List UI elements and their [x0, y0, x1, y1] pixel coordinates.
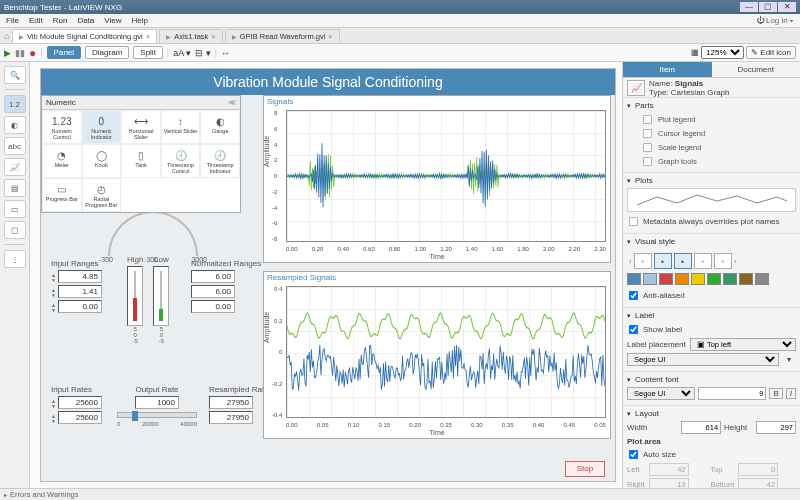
signals-graph[interactable]: Signals Amplitude 86420-2-4-6-8 0.000.20…: [263, 95, 611, 263]
window-minimize[interactable]: —: [740, 2, 758, 12]
arrange-button[interactable]: ↔: [221, 48, 230, 58]
tab-item[interactable]: Item: [623, 62, 712, 78]
parts-scale-legend[interactable]: Scale legend: [641, 141, 796, 154]
panel-canvas[interactable]: Vibration Module Signal Conditioning Num…: [30, 62, 622, 488]
palette-item[interactable]: ◐Gauge: [200, 110, 240, 144]
menu-data[interactable]: Data: [77, 16, 94, 25]
palette-item[interactable]: ◔Meter: [42, 144, 82, 178]
content-font-select[interactable]: Segoe UI: [627, 387, 695, 400]
color-swatch[interactable]: [627, 273, 641, 285]
menu-help[interactable]: Help: [131, 16, 147, 25]
menu-run[interactable]: Run: [53, 16, 68, 25]
output-rate-field[interactable]: 1000: [135, 396, 179, 409]
numeric-palette-popup[interactable]: Numeric≪ 1.23Numeric Control0Numeric Ind…: [41, 95, 241, 213]
abort-button[interactable]: ●: [29, 46, 36, 60]
input-rate-field[interactable]: 25600: [58, 411, 102, 424]
palette-item[interactable]: 1.23Numeric Control: [42, 110, 82, 144]
close-icon[interactable]: ×: [211, 32, 215, 41]
palette-item[interactable]: ↕Vertical Slider: [161, 110, 201, 144]
input-range-field[interactable]: 4.85: [58, 270, 102, 283]
view-diagram-button[interactable]: Diagram: [85, 46, 129, 59]
content-font-size[interactable]: [698, 387, 766, 400]
color-swatch[interactable]: [643, 273, 657, 285]
close-icon[interactable]: ×: [328, 32, 332, 41]
palette-item[interactable]: 0Numeric Indicator: [82, 110, 122, 144]
zoom-select[interactable]: 125%: [701, 46, 744, 59]
color-swatch[interactable]: [739, 273, 753, 285]
palette-decoration[interactable]: ▢: [4, 221, 26, 239]
parts-cursor-legend[interactable]: Cursor legend: [641, 127, 796, 140]
edit-icon-button[interactable]: ✎ Edit icon: [746, 46, 796, 59]
autosize-checkbox[interactable]: [629, 450, 638, 459]
style-selector[interactable]: ‹ ▫▪▪▫▫ ›: [627, 249, 796, 273]
color-swatch[interactable]: [707, 273, 721, 285]
run-button[interactable]: ▶: [4, 48, 11, 58]
input-rate-field[interactable]: 25600: [58, 396, 102, 409]
palette-title: Numeric: [46, 98, 76, 107]
output-rate-slider[interactable]: [117, 412, 197, 418]
status-bar[interactable]: ▸Errors and Warnings: [0, 488, 800, 500]
palette-item[interactable]: ◯Knob: [82, 144, 122, 178]
align-button[interactable]: ⊟ ▾: [195, 48, 211, 58]
palette-item[interactable]: ▭Progress Bar: [42, 178, 82, 212]
resampled-signals-graph[interactable]: Resampled Signals Amplitude 0.40.20-0.2-…: [263, 271, 611, 439]
high-slider[interactable]: [127, 266, 143, 326]
color-swatch[interactable]: [723, 273, 737, 285]
menu-edit[interactable]: Edit: [29, 16, 43, 25]
parts-graph-tools[interactable]: Graph tools: [641, 155, 796, 168]
height-field[interactable]: [756, 421, 796, 434]
collapse-icon[interactable]: ≪: [228, 98, 236, 107]
toolbar: ▶ ▮▮ ● | Panel Diagram Split | aA ▾ ⊟ ▾ …: [0, 44, 800, 62]
anti-aliased-checkbox[interactable]: [629, 291, 638, 300]
width-field[interactable]: [681, 421, 721, 434]
palette-ring[interactable]: ▭: [4, 200, 26, 218]
document-tab[interactable]: ▶GPIB Read Waveform.gvi×: [225, 29, 340, 43]
pause-button[interactable]: ▮▮: [15, 48, 25, 58]
home-icon[interactable]: ⌂: [2, 31, 12, 41]
color-swatch[interactable]: [675, 273, 689, 285]
grid-icon[interactable]: ▦: [691, 48, 699, 57]
tab-document[interactable]: Document: [712, 62, 801, 78]
palette-search[interactable]: 🔍: [4, 66, 26, 84]
palette-chart[interactable]: 📈: [4, 158, 26, 176]
close-icon[interactable]: ×: [146, 32, 150, 41]
top-field: [738, 463, 778, 476]
window-maximize[interactable]: ▢: [759, 2, 777, 12]
palette-item[interactable]: ▯Tank: [121, 144, 161, 178]
parts-plot-legend[interactable]: Plot legend: [641, 113, 796, 126]
low-slider[interactable]: [153, 266, 169, 326]
palette-item[interactable]: 🕘Timestamp Indicator: [200, 144, 240, 178]
view-panel-button[interactable]: Panel: [47, 46, 81, 59]
document-tab[interactable]: ▶Vib Module Signal Conditioning.gvi×: [12, 29, 157, 43]
label-placement-select[interactable]: ▣ Top left: [690, 338, 796, 351]
palette-numeric[interactable]: 1.2: [4, 95, 26, 113]
metadata-override-checkbox[interactable]: [629, 217, 638, 226]
bold-button[interactable]: B: [769, 388, 782, 399]
window-close[interactable]: ✕: [778, 2, 796, 12]
item-name: Signals: [675, 79, 703, 88]
color-swatch[interactable]: [659, 273, 673, 285]
palette-boolean[interactable]: ◐: [4, 116, 26, 134]
color-swatch[interactable]: [691, 273, 705, 285]
stop-button[interactable]: Stop: [565, 461, 605, 477]
view-split-button[interactable]: Split: [133, 46, 163, 59]
italic-button[interactable]: I: [786, 388, 796, 399]
input-range-field[interactable]: 1.41: [58, 285, 102, 298]
palette-item[interactable]: 🕘Timestamp Control: [161, 144, 201, 178]
menu-file[interactable]: File: [6, 16, 19, 25]
login-link[interactable]: ⏻ Log in ▾: [756, 16, 794, 25]
palette-item[interactable]: ⟷Horizontal Slider: [121, 110, 161, 144]
color-swatch[interactable]: [755, 273, 769, 285]
input-rates-cluster: Input Rates ▲▼25600 ▲▼25600: [51, 385, 102, 426]
show-label-checkbox[interactable]: [629, 325, 638, 334]
input-range-field[interactable]: 0.00: [58, 300, 102, 313]
palette-unpinned[interactable]: ⋮: [4, 250, 26, 268]
font-button[interactable]: aA ▾: [173, 48, 191, 58]
palette-item[interactable]: ◴Radial Progress Bar: [82, 178, 122, 212]
menu-view[interactable]: View: [104, 16, 121, 25]
color-swatches[interactable]: [627, 273, 796, 285]
palette-array[interactable]: ▤: [4, 179, 26, 197]
label-font-select[interactable]: Segoe UI: [627, 353, 779, 366]
palette-string[interactable]: abc: [4, 137, 26, 155]
document-tab[interactable]: ▶Axis1.task×: [159, 29, 223, 43]
